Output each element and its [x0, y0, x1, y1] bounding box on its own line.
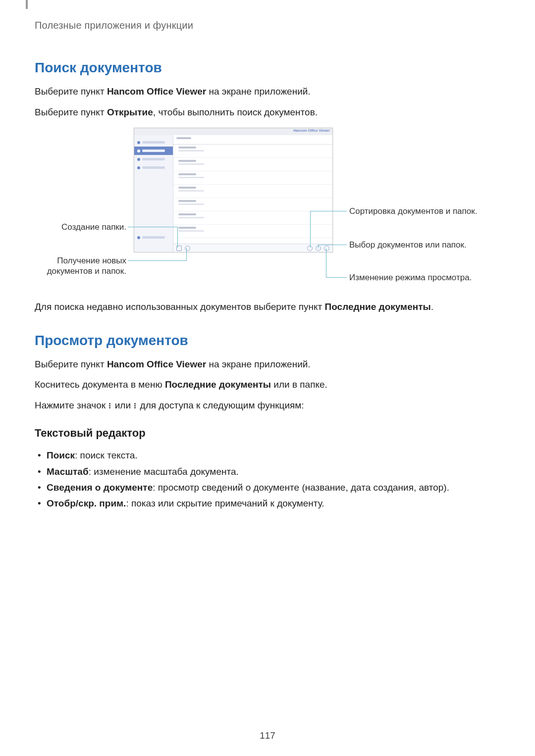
text: для доступа к следующим функциям:	[137, 400, 304, 410]
text: на экране приложений.	[206, 359, 311, 369]
more-vert-icon	[109, 403, 111, 409]
sidebar-item	[134, 233, 173, 242]
file-row	[173, 145, 332, 158]
more-vert-icon	[134, 403, 136, 409]
app-screenshot: Hancom Office Viewer	[134, 128, 333, 252]
callout-get-new: Получение новых документов и папок.	[35, 255, 126, 277]
app-sidebar	[134, 135, 173, 252]
refresh-icon	[185, 246, 190, 251]
page-number: 117	[0, 730, 535, 741]
callout-sort: Сортировка документов и папок.	[349, 206, 498, 216]
text: или в папке.	[271, 379, 327, 390]
section-title-view-documents: Просмотр документов	[35, 333, 500, 349]
text-bold: Поиск	[47, 450, 75, 460]
list-item: Масштаб: изменение масштаба документа.	[35, 464, 500, 480]
text-bold: Последние документы	[165, 379, 271, 390]
text: на экране приложений.	[206, 86, 311, 97]
paragraph: Выберите пункт Hancom Office Viewer на э…	[35, 357, 500, 371]
app-title: Hancom Office Viewer	[293, 129, 330, 132]
breadcrumb: Полезные приложения и функции	[35, 20, 500, 31]
file-row	[173, 171, 332, 185]
paragraph: Выберите пункт Hancom Office Viewer на э…	[35, 85, 500, 99]
paragraph: Нажмите значок или для доступа к следующ…	[35, 399, 500, 412]
lead-line	[310, 211, 347, 211]
text: : просмотр сведений о документе (названи…	[153, 482, 449, 493]
feature-list: Поиск: поиск текста. Масштаб: изменение …	[35, 448, 500, 511]
lead-line	[318, 245, 319, 249]
text: Выберите пункт	[35, 359, 107, 369]
app-titlebar: Hancom Office Viewer	[134, 128, 332, 135]
list-item: Отобр/скр. прим.: показ или скрытие прим…	[35, 496, 500, 511]
text: : изменение масштаба документа.	[89, 466, 239, 477]
paragraph: Выберите пункт Открытие, чтобы выполнить…	[35, 105, 500, 119]
sidebar-item	[134, 155, 173, 163]
file-row	[173, 185, 332, 198]
text-bold: Сведения о документе	[47, 482, 153, 493]
text-bold: Hancom Office Viewer	[107, 86, 206, 97]
paragraph: Коснитесь документа в меню Последние док…	[35, 378, 500, 392]
page: Полезные приложения и функции Поиск доку…	[0, 0, 535, 756]
view-mode-icon	[324, 246, 329, 251]
app-body	[134, 135, 332, 252]
lead-line	[128, 227, 177, 227]
file-row	[173, 225, 332, 238]
figure: Hancom Office Viewer	[35, 128, 500, 296]
sidebar-item	[134, 163, 173, 172]
callout-view-mode: Изменение режима просмотра.	[349, 272, 498, 283]
lead-line	[326, 277, 347, 278]
paragraph: Для поиска недавно использованных докуме…	[35, 300, 500, 314]
list-item: Сведения о документе: просмотр сведений …	[35, 480, 500, 496]
mainpane-toolbar	[173, 244, 332, 252]
text-bold: Отобр/скр. прим.	[47, 498, 126, 508]
text-bold: Открытие	[107, 107, 153, 117]
lead-line	[186, 248, 187, 261]
page-tab-mark	[26, 0, 28, 9]
text: Выберите пункт	[35, 86, 107, 97]
text: : показ или скрытие примечаний к докумен…	[126, 498, 324, 508]
text: : поиск текста.	[75, 450, 138, 460]
file-row	[173, 158, 332, 171]
lead-line	[128, 260, 186, 261]
text-bold: Масштаб	[47, 466, 89, 477]
callout-select: Выбор документов или папок.	[349, 240, 498, 250]
text: Нажмите значок	[35, 400, 108, 410]
lead-line	[177, 227, 178, 248]
lead-line	[310, 211, 311, 248]
lead-line	[318, 245, 331, 245]
lead-line	[326, 249, 326, 278]
sidebar-item	[134, 138, 173, 147]
text-bold: Hancom Office Viewer	[107, 359, 206, 369]
text: или	[112, 400, 133, 410]
text-bold: Последние документы	[325, 302, 431, 312]
text: , чтобы выполнить поиск документов.	[153, 107, 318, 117]
file-row	[173, 211, 332, 225]
file-row	[173, 198, 332, 211]
list-item: Поиск: поиск текста.	[35, 448, 500, 463]
text: Коснитесь документа в меню	[35, 379, 165, 390]
sidebar-item-active	[134, 147, 173, 155]
mainpane-header	[173, 135, 332, 145]
text: .	[431, 302, 433, 312]
lead-line	[331, 245, 347, 245]
text: Для поиска недавно использованных докуме…	[35, 302, 325, 312]
text: Выберите пункт	[35, 107, 107, 117]
callout-create-folder: Создание папки.	[35, 222, 126, 232]
app-mainpane	[173, 135, 332, 252]
section-title-search-documents: Поиск документов	[35, 60, 500, 76]
subsection-title-text-editor: Текстовый редактор	[35, 427, 500, 440]
